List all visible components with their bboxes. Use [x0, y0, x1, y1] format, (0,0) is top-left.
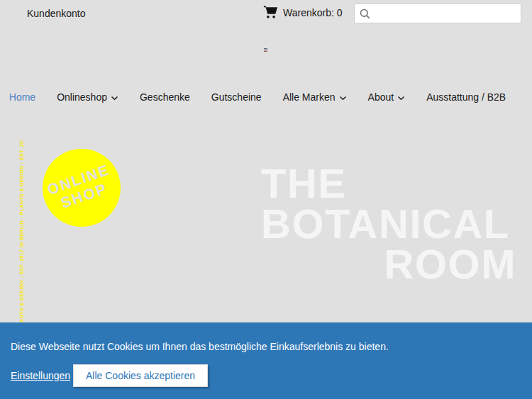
hero-banner: ANTS & DESIGN - EST. 2017 IN BERLIN - PL…: [0, 128, 532, 322]
nav-item-label: Home: [9, 91, 35, 103]
nav-item-label: Onlineshop: [57, 91, 107, 103]
nav-item-geschenke[interactable]: Geschenke: [140, 91, 190, 103]
nav-item-label: Gutscheine: [211, 91, 262, 103]
search-input[interactable]: [375, 8, 516, 20]
vertical-tagline: ANTS & DESIGN - EST. 2017 IN BERLIN - PL…: [19, 140, 26, 322]
nav-item-label: Ausstattung / B2B: [426, 91, 506, 103]
nav-item-home[interactable]: Home: [9, 91, 35, 103]
shopping-cart-icon: [263, 6, 277, 19]
hero-title: THE BOTANICAL ROOM: [261, 163, 516, 284]
search-icon: [360, 9, 370, 19]
cookie-banner: Diese Webseite nutzt Cookies um Ihnen da…: [0, 322, 532, 399]
nav-item-ausstattung-b2b[interactable]: Ausstattung / B2B: [426, 91, 506, 103]
cookie-accept-button[interactable]: Alle Cookies akzeptieren: [73, 364, 208, 387]
nav-item-onlineshop[interactable]: Onlineshop: [57, 91, 118, 103]
nav-item-about[interactable]: About: [368, 91, 406, 103]
cart-label: Warenkorb: 0: [283, 7, 343, 18]
search-box[interactable]: [354, 4, 521, 23]
vertical-tagline-text: ANTS & DESIGN - EST. 2017 IN BERLIN - PL…: [19, 140, 24, 322]
tiny-logo-image: [264, 48, 267, 52]
hero-title-line2: BOTANICAL: [261, 203, 516, 244]
chevron-down-icon: [111, 96, 118, 101]
cookie-settings-link[interactable]: Einstellungen: [11, 370, 70, 381]
cart-link[interactable]: Warenkorb: 0: [263, 6, 343, 19]
hero-title-line3: ROOM: [261, 244, 516, 284]
chevron-down-icon: [397, 96, 405, 101]
cookie-message: Diese Webseite nutzt Cookies um Ihnen da…: [11, 341, 389, 352]
hero-title-line1: THE: [261, 163, 516, 203]
nav-item-label: Alle Marken: [283, 91, 336, 103]
online-shop-badge: ONLINE SHOP: [43, 149, 121, 227]
main-nav: Home Onlineshop Geschenke Gutscheine All…: [0, 91, 532, 103]
nav-item-gutscheine[interactable]: Gutscheine: [211, 91, 262, 103]
nav-item-label: About: [368, 91, 394, 103]
nav-item-label: Geschenke: [140, 91, 190, 103]
online-shop-badge-text: ONLINE SHOP: [45, 161, 118, 214]
storefront-page: Kundenkonto Warenkorb: 0 Home Onlineshop: [0, 0, 532, 399]
account-link[interactable]: Kundenkonto: [27, 8, 86, 19]
nav-item-alle-marken[interactable]: Alle Marken: [283, 91, 347, 103]
chevron-down-icon: [339, 96, 347, 101]
